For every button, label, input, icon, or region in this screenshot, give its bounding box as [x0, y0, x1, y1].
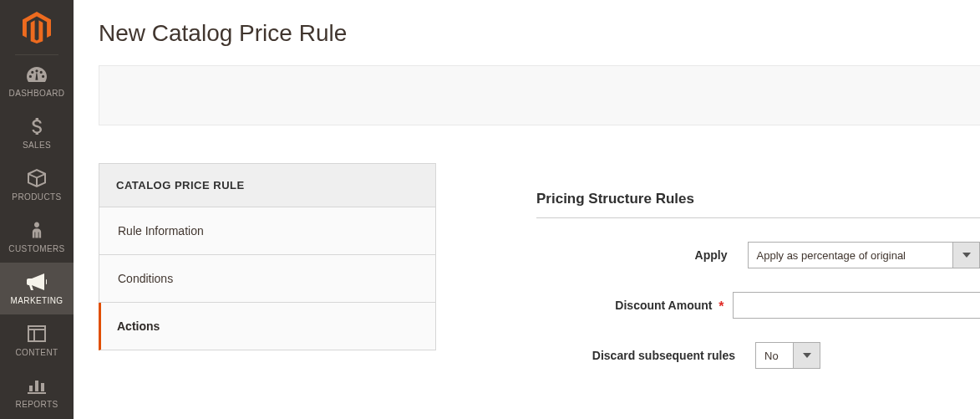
actions-form: Pricing Structure Rules Apply Apply as p…: [536, 191, 980, 369]
toolbar-placeholder: [99, 65, 980, 125]
magento-logo[interactable]: [0, 0, 74, 54]
form-legend: Pricing Structure Rules: [536, 191, 980, 218]
main-content: New Catalog Price Rule CATALOG PRICE RUL…: [74, 0, 980, 419]
tabs-heading: CATALOG PRICE RULE: [99, 163, 436, 207]
nav-products[interactable]: PRODUCTS: [0, 159, 74, 211]
discount-amount-label: Discount Amount: [536, 299, 733, 312]
tab-rule-information[interactable]: Rule Information: [99, 207, 436, 255]
nav-content[interactable]: CONTENT: [0, 314, 74, 366]
field-discount-amount: Discount Amount: [536, 292, 980, 319]
apply-select-value: Apply as percentage of original: [749, 243, 953, 268]
nav-reports[interactable]: REPORTS: [0, 366, 74, 418]
nav-marketing[interactable]: MARKETING: [0, 263, 74, 314]
discard-select-value: No: [756, 343, 793, 368]
discount-amount-input[interactable]: [733, 292, 981, 319]
nav-label: DASHBOARD: [9, 89, 65, 98]
nav-label: MARKETING: [10, 296, 63, 305]
field-apply: Apply Apply as percentage of original: [536, 242, 980, 268]
nav-label: CUSTOMERS: [8, 244, 64, 253]
chevron-down-icon: [793, 343, 820, 368]
gauge-icon: [26, 65, 48, 84]
field-discard-subsequent: Discard subsequent rules No: [536, 342, 980, 369]
discard-select[interactable]: No: [755, 342, 820, 369]
nav-dashboard[interactable]: DASHBOARD: [0, 55, 74, 107]
megaphone-icon: [26, 273, 48, 291]
chevron-down-icon: [952, 243, 979, 268]
apply-select[interactable]: Apply as percentage of original: [748, 242, 981, 268]
rule-tabs: CATALOG PRICE RULE Rule Information Cond…: [99, 163, 436, 350]
discard-label: Discard subsequent rules: [536, 349, 755, 362]
dollar-icon: [26, 117, 48, 135]
nav-sales[interactable]: SALES: [0, 107, 74, 159]
person-icon: [26, 221, 48, 239]
bar-chart-icon: [26, 376, 48, 395]
layout-icon: [26, 324, 48, 343]
admin-sidebar: DASHBOARD SALES PRODUCTS CUSTOMERS MARKE…: [0, 0, 74, 419]
page-title: New Catalog Price Rule: [74, 0, 980, 65]
nav-label: CONTENT: [15, 348, 58, 357]
nav-customers[interactable]: CUSTOMERS: [0, 211, 74, 263]
box-icon: [26, 169, 48, 187]
nav-label: REPORTS: [16, 400, 58, 409]
nav-label: SALES: [23, 141, 51, 150]
tab-conditions[interactable]: Conditions: [99, 255, 436, 303]
nav-label: PRODUCTS: [12, 192, 61, 202]
apply-label: Apply: [536, 248, 748, 262]
tab-actions[interactable]: Actions: [99, 303, 436, 350]
